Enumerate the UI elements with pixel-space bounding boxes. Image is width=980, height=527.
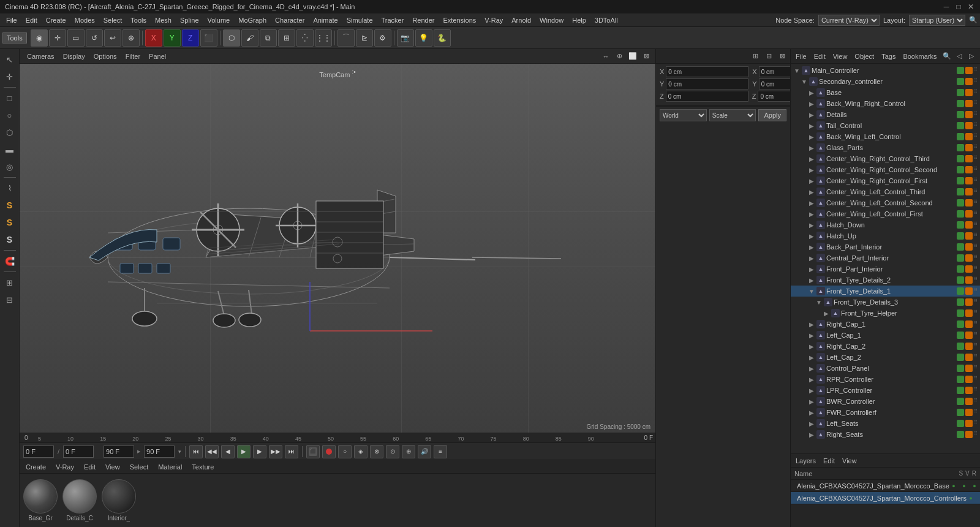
vtool-s3[interactable]: S (2, 232, 18, 248)
btn-step-back[interactable]: ◀ (221, 445, 235, 458)
hier-item-33[interactable]: ▶▲Right_Seats⠿ (791, 429, 980, 440)
hier-expand-20[interactable]: ▼ (808, 288, 815, 295)
hier-expand-7[interactable]: ▶ (808, 145, 815, 151)
tool-bend[interactable]: ⌒ (337, 29, 355, 47)
hier-expand-31[interactable]: ▶ (808, 409, 815, 416)
vtool-s1[interactable]: S (2, 197, 18, 213)
hier-item-3[interactable]: ▶▲Back_Wing_Right_Control⠿ (791, 98, 980, 109)
menu-simulate[interactable]: Simulate (343, 15, 377, 25)
layer-icon-s-0[interactable]: ● (949, 482, 958, 490)
tool-add[interactable]: ⊕ (123, 29, 140, 47)
search-icon[interactable]: 🔍 (969, 16, 978, 24)
menu-render[interactable]: Render (409, 15, 438, 25)
tool-perspective[interactable]: ⬡ (223, 29, 240, 47)
menu-arnold[interactable]: Arnold (508, 15, 535, 25)
tool-x-axis[interactable]: X (145, 29, 162, 47)
close-button[interactable]: ✕ (967, 2, 975, 11)
hier-item-19[interactable]: ▶▲Front_Tyre_Details_2⠿ (791, 275, 980, 286)
tool-settings[interactable]: ⚙ (374, 29, 391, 47)
window-controls[interactable]: ─ □ ✕ (942, 2, 975, 11)
hier-expand-25[interactable]: ▶ (808, 343, 815, 350)
layers-view[interactable]: View (840, 456, 859, 466)
viewport-icon-2[interactable]: ⊕ (614, 51, 625, 62)
hier-expand-26[interactable]: ▶ (808, 354, 815, 361)
tool-box[interactable]: ▭ (67, 29, 85, 47)
btn-goto-end[interactable]: ⏭ (285, 445, 298, 458)
tool-clone[interactable]: ⧉ (260, 29, 277, 47)
vtool-plane[interactable]: ▬ (2, 142, 18, 157)
layer-item-1[interactable]: Alenia_CFBXASC04527J_Spartan_Morocco_Con… (791, 492, 980, 504)
hier-expand-4[interactable]: ▶ (808, 112, 815, 118)
hier-item-0[interactable]: ▼▲Main_Controller⠿ (791, 65, 980, 76)
coords-icon-2[interactable]: ⊟ (763, 51, 774, 62)
object-hierarchy[interactable]: ▼▲Main_Controller⠿▼▲Secondary_controller… (791, 64, 980, 453)
hier-item-11[interactable]: ▶▲Center_Wing_Left_Control_Third⠿ (791, 186, 980, 197)
mat-view[interactable]: View (103, 462, 123, 472)
viewport-icon-3[interactable]: ⬜ (627, 51, 638, 62)
hier-item-4[interactable]: ▶▲Details⠿ (791, 109, 980, 120)
vtool-sphere-outline[interactable]: ◎ (2, 159, 18, 175)
menu-window[interactable]: Window (536, 15, 567, 25)
hier-edit[interactable]: Edit (812, 51, 828, 61)
layer-icon-r-0[interactable]: ● (970, 482, 979, 490)
hier-expand-19[interactable]: ▶ (808, 277, 815, 284)
tool-scatter[interactable]: ⁛ (296, 29, 314, 47)
hier-item-7[interactable]: ▶▲Glass_Parts⠿ (791, 142, 980, 153)
hier-item-6[interactable]: ▶▲Back_Wing_Left_Control⠿ (791, 131, 980, 142)
end-frame-input[interactable]: 90 F (104, 445, 134, 458)
hier-item-29[interactable]: ▶▲LPR_Controller⠿ (791, 385, 980, 396)
layer-icon-v-0[interactable]: ● (960, 482, 968, 490)
vtool-s2[interactable]: S (2, 214, 18, 230)
minimize-button[interactable]: ─ (942, 2, 951, 11)
world-select[interactable]: World (660, 109, 707, 121)
viewport-icon-1[interactable]: ↔ (600, 51, 611, 62)
tool-undo[interactable]: ↩ (104, 29, 121, 47)
current-frame-input[interactable]: 0 F (23, 445, 54, 458)
hier-item-8[interactable]: ▶▲Center_Wing_Right_Control_Third⠿ (791, 153, 980, 164)
hier-expand-18[interactable]: ▶ (808, 266, 815, 273)
hier-tags[interactable]: Tags (879, 51, 898, 61)
btn-list[interactable]: ≡ (434, 445, 447, 458)
timeline-ruler[interactable]: 0 5 10 15 20 25 30 35 40 45 50 55 60 65 … (20, 433, 655, 442)
hier-item-26[interactable]: ▶▲Left_Cap_2⠿ (791, 352, 980, 363)
material-2[interactable]: Details_C (62, 479, 97, 521)
menu-create[interactable]: Create (42, 15, 70, 25)
hier-expand-5[interactable]: ▶ (808, 123, 815, 129)
menu-edit[interactable]: Edit (22, 15, 41, 25)
btn-render-settings[interactable]: ⬛ (306, 445, 320, 458)
tool-paint[interactable]: 🖌 (241, 29, 258, 47)
vtool-circle[interactable]: ○ (2, 107, 18, 123)
vtool-knife[interactable]: ⌇ (2, 180, 18, 196)
vtool-grid1[interactable]: ⊞ (2, 275, 18, 290)
next-frame-input[interactable]: 0 F (63, 445, 94, 458)
vtool-pointer[interactable]: ↖ (2, 51, 18, 67)
hier-item-21[interactable]: ▼▲Front_Tyre_Details_3⠿ (791, 297, 980, 308)
hier-expand-13[interactable]: ▶ (808, 211, 815, 218)
hier-expand-0[interactable]: ▼ (793, 67, 801, 74)
hier-item-9[interactable]: ▶▲Center_Wing_Right_Control_Second⠿ (791, 164, 980, 175)
menu-tracker[interactable]: Tracker (378, 15, 408, 25)
apply-button[interactable]: Apply (758, 109, 786, 121)
hier-object[interactable]: Object (852, 51, 876, 61)
fps-input[interactable]: 90 F (144, 445, 175, 458)
menu-file[interactable]: File (2, 15, 21, 25)
hier-expand-23[interactable]: ▶ (808, 321, 815, 328)
btn-play[interactable]: ▶ (237, 445, 251, 458)
vtool-cylinder[interactable]: ⬡ (2, 124, 18, 140)
btn-next-key[interactable]: ▶▶ (269, 445, 282, 458)
hier-item-30[interactable]: ▶▲BWR_Controller⠿ (791, 396, 980, 407)
coord-y1-input[interactable] (666, 78, 748, 89)
btn-sound[interactable]: 🔊 (418, 445, 431, 458)
hier-expand-3[interactable]: ▶ (808, 100, 815, 107)
hier-item-13[interactable]: ▶▲Center_Wing_Left_Control_First⠿ (791, 208, 980, 219)
material-3[interactable]: Interior_ (102, 479, 136, 521)
menu-volume[interactable]: Volume (204, 15, 234, 25)
tools-label[interactable]: Tools (2, 32, 27, 44)
btn-record[interactable] (322, 445, 336, 458)
mat-select[interactable]: Select (127, 462, 151, 472)
hier-item-24[interactable]: ▶▲Left_Cap_1⠿ (791, 330, 980, 341)
hier-expand-10[interactable]: ▶ (808, 178, 815, 184)
vtool-move[interactable]: ✛ (2, 69, 18, 85)
btn-goto-start[interactable]: ⏮ (189, 445, 203, 458)
layers-btn[interactable]: Layers (793, 456, 818, 466)
